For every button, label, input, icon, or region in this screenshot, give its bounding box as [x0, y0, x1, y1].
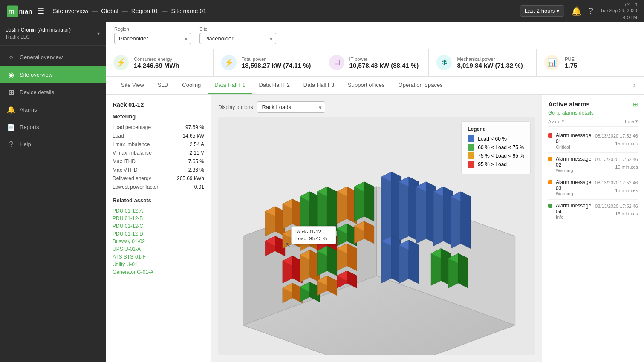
display-options-select[interactable]: Rack Loads Power Temperature — [257, 101, 325, 113]
kpi-it-power: 🖥 IT power 10,578.43 kW (88.41 %) — [321, 49, 429, 76]
asset-pdu-01-12-c[interactable]: PDU 01-12-C — [113, 222, 204, 230]
legend-title: Legend — [468, 126, 524, 132]
total-power-value: 18,598.27 kW (74.11 %) — [242, 62, 311, 69]
rack-3d-container[interactable]: Rack-01-12 Load: 95.43 % ↖ Legend Load <… — [218, 117, 535, 355]
help-icon-sidebar: ? — [7, 141, 15, 148]
asset-utility-u-01[interactable]: Utility U-01 — [113, 261, 204, 268]
sidebar-item-label: Device details — [20, 89, 54, 95]
display-options: Display options Rack Loads Power Tempera… — [218, 101, 535, 113]
content-area: Rack 01-12 Metering Load percentage 97.6… — [106, 95, 644, 362]
tab-scroll-right-icon[interactable]: › — [633, 81, 635, 89]
metric-label: Max ITHD — [113, 158, 136, 164]
asset-ups-u-01-a[interactable]: UPS U-01-A — [113, 245, 204, 253]
breadcrumb-region[interactable]: Region 01 — [131, 8, 159, 14]
metric-max-vthd: Max VTHD 2.36 % — [113, 166, 204, 174]
tab-sld[interactable]: SLD — [151, 77, 175, 95]
total-power-icon: ⚡ — [221, 55, 237, 70]
metric-label: V max imbalance — [113, 150, 152, 156]
display-options-label: Display options — [218, 104, 253, 110]
legend-color-high — [468, 152, 474, 159]
breadcrumb-site[interactable]: Site name 01 — [171, 8, 207, 14]
alarm-item-3: Alarm message 03 Warning 08/13/2020 17:5… — [548, 176, 638, 200]
alarm-item-2: Alarm message 02 Warning 08/13/2020 17:5… — [548, 153, 638, 176]
alarms-link[interactable]: Go to alarms details — [548, 110, 594, 116]
alarm-severity-dot — [548, 204, 552, 208]
topbar-right: Last 2 hours ▾ 🔔 ? 17:41 h Tue Sep 29, 2… — [520, 1, 637, 21]
tab-operation-spaces[interactable]: Operation Spaces — [392, 77, 450, 95]
sidebar: Justin Cronin (Administrator) Radix LLC … — [0, 22, 106, 362]
sidebar-item-general-overview[interactable]: ○ General overview — [0, 49, 106, 66]
breadcrumb-site-overview[interactable]: Site overview — [53, 8, 88, 14]
region-select-group: Region Placeholder — [114, 26, 191, 44]
tab-data-hall-f3[interactable]: Data Hall F3 — [297, 77, 341, 95]
kpi-pue: 📊 PUE 1.75 — [537, 49, 644, 76]
user-chevron-icon[interactable]: ▾ — [97, 31, 100, 37]
sidebar-item-label: Help — [20, 141, 31, 147]
tab-site-view[interactable]: Site View — [114, 77, 151, 95]
breadcrumb-global[interactable]: Global — [101, 8, 118, 14]
pue-value: 1.75 — [565, 62, 577, 69]
menu-icon[interactable]: ☰ — [38, 6, 44, 16]
alarm-columns: Alarm ▾ Time ▾ — [548, 116, 638, 127]
region-label: Region — [114, 26, 191, 32]
svg-marker-45 — [399, 177, 409, 241]
alarm-severity-dot — [548, 157, 552, 161]
pue-icon: 📊 — [544, 55, 560, 70]
sidebar-item-device-details[interactable]: ⊞ Device details — [0, 83, 106, 101]
sidebar-item-reports[interactable]: 📄 Reports — [0, 118, 106, 136]
asset-pdu-01-12-a[interactable]: PDU 01-12-A — [113, 207, 204, 215]
metric-value: 2.36 % — [188, 167, 204, 173]
breadcrumb: Site overview — Global — Region 01 — Sit… — [53, 8, 515, 14]
it-power-label: IT power — [349, 57, 419, 62]
legend-item-critical: 95 % > Load — [468, 161, 524, 168]
time-selector[interactable]: Last 2 hours ▾ — [520, 5, 564, 17]
sidebar-item-label: General overview — [20, 54, 63, 60]
svg-text:↖: ↖ — [285, 241, 292, 250]
metric-load: Load 14.65 kW — [113, 132, 204, 140]
general-overview-icon: ○ — [7, 54, 15, 61]
site-select-group: Site Placeholder — [199, 26, 276, 44]
alarm-col-time[interactable]: Time ▾ — [624, 118, 638, 124]
it-power-icon: 🖥 — [329, 55, 344, 70]
alarm-item-1: Alarm message 01 Critical 08/13/2020 17:… — [548, 129, 638, 153]
metric-value: 2.11 V — [189, 150, 204, 156]
sidebar-item-alarms[interactable]: 🔔 Alarms — [0, 101, 106, 118]
asset-pdu-01-12-d[interactable]: PDU 01-12-D — [113, 230, 204, 238]
legend-label-low: Load < 60 % — [478, 136, 507, 142]
pue-label: PUE — [565, 57, 577, 62]
kpi-consumed-energy: ⚡ Consumed energy 14,246.69 MWh — [106, 49, 214, 76]
alarm-name: Alarm message 02 — [556, 156, 592, 168]
sidebar-item-label: Reports — [20, 124, 39, 130]
alarm-icon[interactable]: 🔔 — [571, 6, 582, 16]
left-panel: Rack 01-12 Metering Load percentage 97.6… — [106, 95, 211, 362]
svg-marker-86 — [409, 240, 419, 284]
site-overview-icon: ◉ — [7, 71, 15, 79]
total-power-label: Total power — [242, 57, 311, 62]
sidebar-item-help[interactable]: ? Help — [0, 136, 106, 153]
asset-ats-sts-01-f[interactable]: ATS STS-01-F — [113, 253, 204, 261]
alarm-severity-label: Warning — [556, 168, 592, 173]
tab-support-offices[interactable]: Support offices — [341, 77, 391, 95]
asset-pdu-01-12-b[interactable]: PDU 01-12-B — [113, 215, 204, 222]
expand-icon[interactable]: ⊞ — [633, 101, 638, 108]
site-select[interactable]: Placeholder — [199, 33, 276, 44]
help-icon[interactable]: ? — [589, 6, 593, 16]
sidebar-item-site-overview[interactable]: ◉ Site overview — [0, 66, 106, 83]
region-select[interactable]: Placeholder — [114, 33, 191, 44]
consumed-energy-label: Consumed energy — [134, 57, 179, 62]
sidebar-item-label: Site overview — [20, 72, 52, 78]
sidebar-item-label: Alarms — [20, 106, 37, 113]
metric-value: 265.69 kWh — [177, 175, 204, 181]
alarm-severity-dot — [548, 180, 552, 184]
svg-text:Rack-01-12: Rack-01-12 — [295, 229, 321, 234]
tab-data-hall-f2[interactable]: Data Hall F2 — [252, 77, 297, 95]
asset-busway-01-02[interactable]: Busway 01-02 — [113, 238, 204, 245]
alarm-col-alarm[interactable]: Alarm ▾ — [548, 118, 564, 124]
layout: Justin Cronin (Administrator) Radix LLC … — [0, 22, 644, 362]
tab-data-hall-f1[interactable]: Data Hall F1 — [208, 77, 252, 95]
legend-color-medium — [468, 144, 474, 151]
asset-generator-g-01-a[interactable]: Generator G-01-A — [113, 268, 204, 276]
tab-cooling[interactable]: Cooling — [175, 77, 208, 95]
alarm-time: 08/13/2020 17:52:46 15 minutes — [595, 132, 638, 149]
alarm-item-4: Alarm message 04 Info 08/13/2020 17:52:4… — [548, 200, 638, 223]
